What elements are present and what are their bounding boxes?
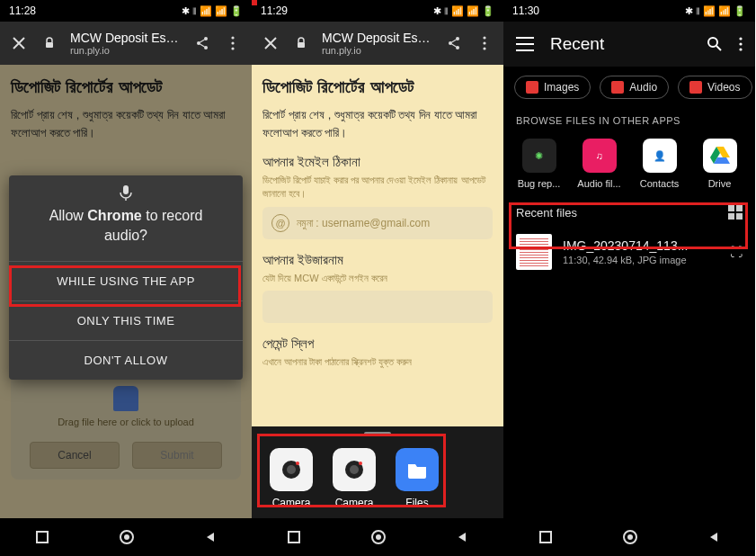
file-name: IMG_20230714_113... [563,238,719,253]
share-icon[interactable] [444,33,464,53]
nav-recent-icon[interactable] [538,530,553,544]
grid-view-icon[interactable] [728,205,743,220]
svg-point-23 [359,462,362,465]
permission-dialog: Allow Chrome to record audio? WHILE USIN… [9,175,243,380]
audio-icon [611,81,624,94]
video-icon [689,81,702,94]
tab-host: run.ply.io [322,45,433,56]
svg-point-15 [483,36,485,39]
person-icon: 👤 [643,139,677,173]
camera-icon [270,448,313,491]
close-icon[interactable] [9,33,29,53]
sheet-app-files[interactable]: Files [396,448,439,509]
lock-icon [291,33,311,53]
search-icon[interactable] [707,36,723,52]
perm-only-this-time[interactable]: ONLY THIS TIME [9,300,243,340]
sheet-handle[interactable] [364,432,391,435]
menu-icon[interactable] [223,33,243,53]
image-icon [526,81,538,94]
nav-home-icon[interactable] [370,529,387,545]
hamburger-icon[interactable] [516,37,534,51]
svg-rect-34 [736,213,743,220]
svg-point-9 [124,534,129,540]
nav-home-icon[interactable] [622,529,638,545]
svg-point-28 [739,37,742,40]
nav-recent-icon[interactable] [287,530,301,544]
svg-point-4 [231,36,234,39]
music-icon: ♫ [583,139,617,173]
svg-point-6 [231,47,234,49]
file-row[interactable]: IMG_20230714_113... 11:30, 42.94 kB, JPG… [503,225,755,279]
drag-text: Drag file here or click to upload [58,417,194,427]
page-heading: ডিপোজিট রিপোর্টের আপডেট [11,77,241,97]
page-para: রিপোর্ট প্রায় শেষ , শুধুমাত্র কয়েকটি ত… [262,106,493,141]
slip-label: পেমেন্ট স্লিপ [262,336,493,352]
sheet-app-camera-2[interactable]: Camera [333,448,376,509]
svg-rect-32 [736,205,743,211]
svg-point-37 [627,534,633,540]
page-para: রিপোর্ট প্রায় শেষ , শুধুমাত্র কয়েকটি ত… [11,106,241,141]
svg-rect-0 [46,42,53,48]
chip-images[interactable]: Images [514,76,591,99]
email-label: আপনার ইমেইল ঠিকানা [262,154,493,170]
close-icon[interactable] [261,33,280,53]
file-thumbnail [516,234,552,270]
bug-icon: ✺ [522,139,556,173]
picker-title: Recent [550,34,690,54]
app-bug-report[interactable]: ✺Bug rep... [512,139,566,189]
svg-rect-7 [37,532,48,543]
status-time: 11:28 [9,4,36,17]
svg-point-20 [296,462,299,465]
username-label: আপনার ইউজারনাম [262,252,493,268]
app-drive[interactable]: Drive [693,139,747,189]
app-contacts[interactable]: 👤Contacts [633,139,687,189]
mic-icon [9,175,243,206]
svg-point-5 [231,41,234,44]
email-hint: ডিপোজিট রিপোর্ট যাচাই করার পর আপনার দেওয… [262,174,493,202]
share-icon[interactable] [192,33,212,53]
drive-icon [703,139,737,173]
fullscreen-icon[interactable]: ⛶ [730,245,743,259]
svg-point-19 [287,465,296,474]
nav-back-icon[interactable] [204,531,217,543]
svg-rect-11 [298,42,305,48]
chip-videos[interactable]: Videos [678,76,752,99]
sheet-app-camera[interactable]: Camera [270,448,313,509]
folder-icon [396,448,439,491]
menu-icon[interactable] [475,33,494,53]
perm-dont-allow[interactable]: DON'T ALLOW [9,340,243,380]
cancel-button[interactable]: Cancel [30,442,120,469]
svg-point-26 [376,534,381,540]
tab-title: MCW Deposit Escalati... [70,31,182,45]
status-icons: ✱ ⫴ 📶 📶 🔋 [182,5,243,17]
bottom-sheet: Camera Camera Files [252,426,503,518]
upload-box[interactable]: Drag file here or click to upload Cancel… [11,375,241,480]
cloud-upload-icon [113,386,138,411]
svg-rect-31 [728,205,734,211]
file-meta: 11:30, 42.94 kB, JPG image [563,255,719,265]
nav-back-icon[interactable] [456,531,468,543]
tab-title: MCW Deposit Escalati... [322,31,433,45]
svg-rect-35 [540,532,551,543]
status-time: 11:30 [512,4,539,17]
chip-audio[interactable]: Audio [600,76,669,99]
nav-recent-icon[interactable] [35,530,49,544]
app-audio-files[interactable]: ♫Audio fil... [573,139,627,189]
svg-point-27 [708,38,717,47]
nav-back-icon[interactable] [707,531,720,543]
browse-label: BROWSE FILES IN OTHER APPS [503,108,755,135]
nav-home-icon[interactable] [119,529,135,545]
email-field[interactable]: @ নমুনা : username@gmail.com [262,207,493,239]
page-heading: ডিপোজিট রিপোর্টের আপডেট [262,77,493,97]
status-icons: ✱ ⫴ 📶 📶 🔋 [433,5,494,17]
recent-files-label: Recent files [516,206,577,220]
submit-button[interactable]: Submit [132,442,222,469]
svg-point-17 [483,47,485,49]
menu-icon[interactable] [739,37,743,51]
username-field[interactable] [262,291,493,323]
svg-rect-33 [728,213,734,220]
status-time: 11:29 [261,4,288,17]
perm-while-using[interactable]: WHILE USING THE APP [9,261,243,300]
lock-icon [40,33,59,53]
tab-host: run.ply.io [70,45,182,56]
